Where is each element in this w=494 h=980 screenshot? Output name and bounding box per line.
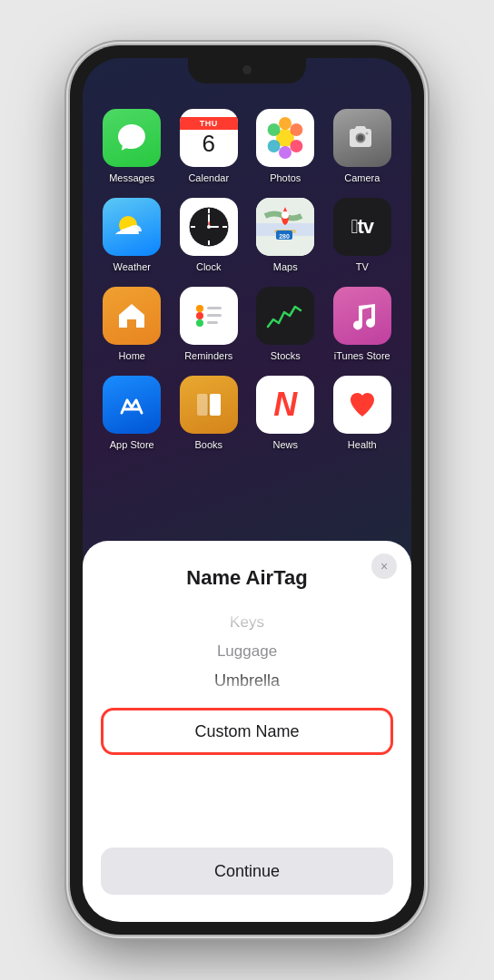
continue-label: Continue <box>214 862 280 881</box>
svg-point-3 <box>291 140 303 152</box>
svg-rect-33 <box>197 394 208 416</box>
continue-button[interactable]: Continue <box>101 848 393 895</box>
app-icon-photos <box>256 109 314 167</box>
svg-point-27 <box>196 312 203 319</box>
svg-rect-31 <box>207 321 218 324</box>
app-item-reminders[interactable]: Reminders <box>178 287 241 361</box>
phone-wrapper: Messages THU 6 Calendar <box>0 0 494 980</box>
svg-rect-34 <box>210 394 221 416</box>
app-icon-reminders <box>180 287 238 345</box>
app-item-news[interactable]: N News <box>254 376 317 450</box>
app-item-itunes[interactable]: iTunes Store <box>331 287 394 361</box>
app-item-clock[interactable]: Clock <box>178 198 241 272</box>
scroll-item-wallet: Wallet <box>226 696 269 699</box>
app-icon-maps: 280 <box>256 198 314 256</box>
scroll-item-umbrella: Umbrella <box>214 666 280 696</box>
app-label-calendar: Calendar <box>188 172 229 183</box>
app-item-weather[interactable]: Weather <box>101 198 163 272</box>
notch-camera <box>242 65 252 74</box>
svg-point-23 <box>282 211 289 219</box>
app-label-maps: Maps <box>273 261 298 272</box>
screen: Messages THU 6 Calendar <box>83 58 411 922</box>
app-icon-tv: tv <box>333 198 391 256</box>
svg-point-8 <box>357 135 363 142</box>
app-label-tv: TV <box>356 261 369 272</box>
app-item-books[interactable]: Books <box>178 376 241 450</box>
calendar-day: THU <box>180 117 238 130</box>
news-inner: N <box>256 376 314 434</box>
app-item-home[interactable]: Home <box>101 287 163 361</box>
app-label-books: Books <box>194 439 222 450</box>
scroll-item-luggage: Luggage <box>217 637 277 666</box>
app-item-photos[interactable]: Photos <box>254 109 317 183</box>
app-label-weather: Weather <box>114 261 151 272</box>
svg-rect-30 <box>207 314 222 317</box>
app-label-photos: Photos <box>270 172 301 183</box>
app-label-reminders: Reminders <box>184 350 232 361</box>
app-item-camera[interactable]: Camera <box>331 109 394 183</box>
app-icon-books <box>180 376 238 434</box>
app-label-stocks: Stocks <box>271 350 301 361</box>
app-icon-stocks <box>256 287 314 345</box>
svg-point-4 <box>279 146 291 159</box>
app-label-itunes: iTunes Store <box>334 350 390 361</box>
tv-logo: tv <box>351 215 373 239</box>
svg-rect-29 <box>207 307 222 309</box>
app-item-messages[interactable]: Messages <box>101 109 163 183</box>
app-label-messages: Messages <box>109 172 154 183</box>
app-icon-itunes <box>333 287 391 345</box>
svg-point-28 <box>196 319 203 327</box>
app-icon-calendar: THU 6 <box>180 109 238 167</box>
app-label-clock: Clock <box>196 261 222 272</box>
svg-point-9 <box>365 132 368 135</box>
phone-body: Messages THU 6 Calendar <box>70 45 424 935</box>
notch <box>188 58 306 83</box>
modal-title: Name AirTag <box>186 566 307 590</box>
app-icon-messages <box>103 109 161 167</box>
app-label-home: Home <box>119 350 145 361</box>
modal-close-button[interactable]: × <box>371 554 397 579</box>
app-icon-health <box>333 376 391 434</box>
custom-name-button[interactable]: Custom Name <box>101 708 393 755</box>
svg-point-1 <box>279 117 291 130</box>
app-icon-camera <box>333 109 391 167</box>
app-item-appstore[interactable]: App Store <box>101 376 163 450</box>
scrolling-list[interactable]: Keys Luggage Umbrella Wallet <box>83 608 411 699</box>
app-item-stocks[interactable]: Stocks <box>254 287 317 361</box>
app-item-tv[interactable]: tv TV <box>331 198 394 272</box>
app-icon-news: N <box>256 376 314 434</box>
news-letter: N <box>273 386 297 424</box>
app-grid: Messages THU 6 Calendar <box>83 94 411 465</box>
app-icon-home <box>103 287 161 345</box>
app-item-health[interactable]: Health <box>331 376 394 450</box>
app-label-health: Health <box>348 439 377 450</box>
app-icon-weather <box>103 198 161 256</box>
svg-point-2 <box>291 123 303 136</box>
app-item-calendar[interactable]: THU 6 Calendar <box>178 109 241 183</box>
app-label-camera: Camera <box>344 172 380 183</box>
scroll-item-keys: Keys <box>230 608 264 637</box>
svg-point-6 <box>268 123 281 136</box>
modal-overlay: × Name AirTag Keys Luggage Umbrella Wall… <box>83 541 411 922</box>
app-icon-appstore <box>103 376 161 434</box>
app-label-appstore: App Store <box>110 439 154 450</box>
calendar-date: 6 <box>203 130 215 158</box>
app-item-maps[interactable]: 280 Maps <box>254 198 317 272</box>
app-icon-clock <box>180 198 238 256</box>
custom-name-label: Custom Name <box>194 722 299 741</box>
svg-point-26 <box>196 305 203 312</box>
svg-point-5 <box>268 140 281 152</box>
svg-point-19 <box>207 225 211 229</box>
app-label-news: News <box>272 439 298 450</box>
svg-text:280: 280 <box>279 233 290 240</box>
